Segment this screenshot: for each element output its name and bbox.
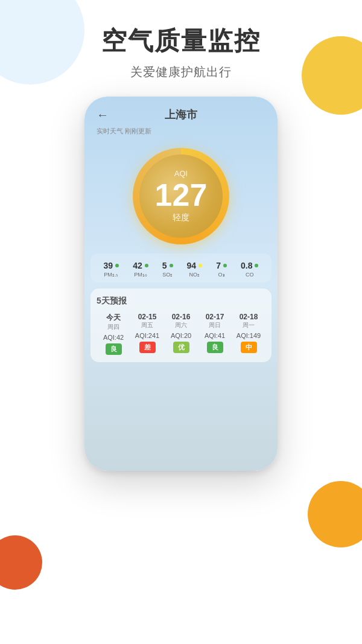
pollutant-dot — [170, 264, 173, 267]
pollutant-name: NO₂ — [189, 272, 200, 278]
pollutant-val-row: 42 — [133, 261, 148, 270]
pollutant-item: 94 NO₂ — [187, 261, 203, 278]
pollutant-name: O₃ — [218, 272, 225, 278]
forecast-col: 02-15 周五 AQI:241 差 — [130, 313, 164, 355]
forecast-title: 5天预报 — [97, 296, 265, 307]
forecast-badge: 优 — [173, 342, 189, 353]
forecast-day: 02-18 — [240, 313, 258, 321]
pollutants-row: 39 PM₂.₅ 42 PM₁₀ 5 SO₂ 94 NO₂ 7 O₃ 0.8 — [91, 253, 272, 282]
pollutant-item: 39 PM₂.₅ — [104, 261, 119, 278]
pollutant-value: 39 — [104, 261, 113, 270]
pollutant-value: 42 — [133, 261, 142, 270]
forecast-aqi-value: AQI:241 — [135, 332, 159, 339]
pollutant-item: 5 SO₂ — [162, 261, 173, 278]
forecast-col: 02-16 周六 AQI:20 优 — [164, 313, 198, 355]
top-bar: ← 上海市 — [84, 97, 278, 127]
phone-outer: ← 上海市 实时天气 刚刚更新 AQI 127 轻度 39 P — [84, 97, 278, 471]
sub-title: 关爱健康护航出行 — [0, 64, 362, 80]
pollutant-val-row: 7 — [216, 261, 227, 270]
forecast-day: 02-15 — [138, 313, 157, 321]
pollutant-item: 42 PM₁₀ — [133, 261, 148, 278]
forecast-col: 02-18 周一 AQI:149 中 — [232, 313, 265, 355]
city-name: 上海市 — [165, 107, 197, 122]
forecast-aqi-value: AQI:42 — [103, 334, 124, 341]
forecast-weekday: 周一 — [243, 321, 255, 330]
forecast-row: 今天 周四 AQI:42 良 02-15 周五 AQI:241 差 02-16 … — [97, 313, 265, 355]
pollutant-dot — [255, 264, 258, 267]
pollutant-name: CO — [246, 272, 254, 278]
forecast-badge: 差 — [139, 342, 156, 353]
forecast-weekday: 周日 — [209, 321, 221, 330]
aqi-circle-outer: AQI 127 轻度 — [133, 148, 229, 244]
forecast-weekday: 周六 — [175, 321, 187, 330]
pollutant-dot — [198, 264, 202, 267]
main-title: 空气质量监控 — [0, 24, 362, 58]
forecast-aqi-value: AQI:149 — [237, 332, 261, 339]
pollutant-value: 0.8 — [241, 261, 252, 270]
forecast-day: 今天 — [106, 313, 121, 323]
aqi-level: 轻度 — [173, 212, 189, 223]
forecast-day: 02-16 — [172, 313, 191, 321]
header-section: 空气质量监控 关爱健康护航出行 — [0, 24, 362, 80]
aqi-circle-inner: AQI 127 轻度 — [139, 155, 223, 238]
phone-mockup: ← 上海市 实时天气 刚刚更新 AQI 127 轻度 39 P — [84, 97, 278, 471]
phone-screen: ← 上海市 实时天气 刚刚更新 AQI 127 轻度 39 P — [84, 97, 278, 471]
forecast-badge: 良 — [106, 343, 122, 355]
forecast-badge: 良 — [207, 342, 223, 353]
pollutant-dot — [115, 264, 119, 267]
aqi-value: 127 — [155, 179, 208, 211]
forecast-col: 02-17 周日 AQI:41 良 — [198, 313, 232, 355]
pollutant-value: 94 — [187, 261, 197, 270]
forecast-badge: 中 — [241, 342, 257, 353]
pollutant-val-row: 94 — [187, 261, 203, 270]
update-text: 实时天气 刚刚更新 — [84, 127, 278, 142]
pollutant-val-row: 0.8 — [241, 261, 258, 270]
pollutant-value: 5 — [162, 261, 167, 270]
back-button[interactable]: ← — [97, 108, 109, 122]
pollutant-name: SO₂ — [162, 272, 173, 278]
pollutant-dot — [145, 264, 148, 267]
forecast-weekday: 周五 — [141, 321, 153, 330]
pollutant-item: 0.8 CO — [241, 261, 258, 278]
pollutant-val-row: 39 — [104, 261, 119, 270]
forecast-section: 5天预报 今天 周四 AQI:42 良 02-15 周五 AQI:241 差 0… — [91, 289, 272, 362]
pollutant-item: 7 O₃ — [216, 261, 227, 278]
forecast-aqi-value: AQI:41 — [205, 332, 225, 339]
forecast-col: 今天 周四 AQI:42 良 — [97, 313, 130, 355]
pollutant-name: PM₂.₅ — [104, 272, 118, 278]
forecast-day: 02-17 — [206, 313, 224, 321]
pollutant-val-row: 5 — [162, 261, 173, 270]
forecast-aqi-value: AQI:20 — [171, 332, 191, 339]
aqi-label: AQI — [174, 169, 188, 178]
pollutant-name: PM₁₀ — [134, 272, 147, 278]
forecast-weekday: 周四 — [107, 323, 119, 331]
pollutant-value: 7 — [216, 261, 221, 270]
aqi-section: AQI 127 轻度 — [84, 148, 278, 244]
pollutant-dot — [223, 264, 227, 267]
